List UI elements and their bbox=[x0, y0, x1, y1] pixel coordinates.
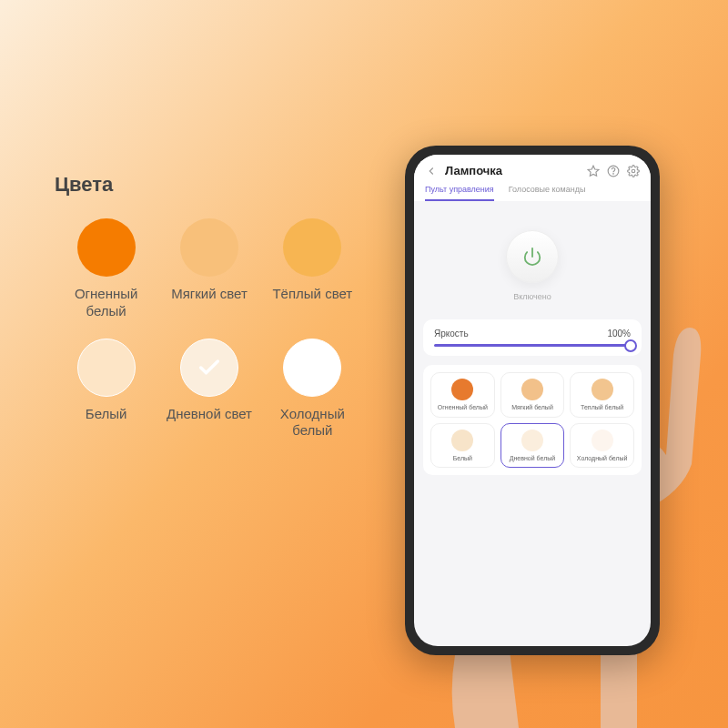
swatch-white[interactable]: Белый bbox=[55, 339, 157, 440]
swatch-label: Дневной свет bbox=[167, 406, 252, 423]
swatch-circle bbox=[77, 218, 136, 277]
color-label: Дневной белый bbox=[510, 455, 555, 462]
tabs: Пульт управления Голосовые команды bbox=[425, 185, 640, 201]
color-option-fiery[interactable]: Огненный белый bbox=[430, 372, 495, 418]
gear-icon[interactable] bbox=[627, 165, 640, 177]
swatch-label: Холодный белый bbox=[280, 406, 345, 440]
brightness-card: Яркость 100% bbox=[423, 319, 642, 356]
color-palette-panel: Цвета Огненный белый Мягкий свет Тёплый … bbox=[55, 173, 364, 440]
color-label: Теплый белый bbox=[581, 404, 623, 411]
swatch-label: Белый bbox=[86, 406, 127, 423]
screen-title: Лампочка bbox=[445, 164, 580, 177]
app-body: Включено Яркость 100% Огненный белый bbox=[414, 201, 651, 646]
brightness-value: 100% bbox=[607, 329, 631, 339]
tab-voice[interactable]: Голосовые команды bbox=[509, 185, 586, 201]
slider-thumb[interactable] bbox=[624, 339, 637, 352]
swatch-daylight[interactable]: Дневной свет bbox=[157, 339, 260, 440]
tab-control[interactable]: Пульт управления bbox=[425, 185, 494, 201]
help-icon[interactable] bbox=[607, 165, 620, 177]
power-button[interactable] bbox=[506, 230, 559, 283]
swatch-circle bbox=[77, 339, 136, 397]
power-section: Включено bbox=[423, 214, 642, 310]
swatch-label: Тёплый свет bbox=[272, 286, 352, 303]
app-header: Лампочка Пульт управления Голосовые кома… bbox=[414, 155, 651, 201]
brightness-label: Яркость bbox=[434, 329, 469, 339]
phone-color-card: Огненный белый Мягкий белый Теплый белый… bbox=[423, 365, 642, 475]
color-option-warm[interactable]: Теплый белый bbox=[570, 372, 634, 418]
phone-screen: Лампочка Пульт управления Голосовые кома… bbox=[414, 155, 651, 646]
phone-mockup: Лампочка Пульт управления Голосовые кома… bbox=[405, 146, 660, 655]
color-option-soft[interactable]: Мягкий белый bbox=[500, 372, 565, 418]
color-swatch bbox=[451, 430, 473, 451]
svg-point-2 bbox=[613, 173, 614, 174]
color-option-white[interactable]: Белый bbox=[430, 423, 495, 469]
phone-color-grid: Огненный белый Мягкий белый Теплый белый… bbox=[430, 372, 634, 468]
color-swatch bbox=[521, 379, 543, 400]
swatch-circle bbox=[180, 218, 238, 277]
power-status: Включено bbox=[423, 292, 642, 301]
color-label: Белый bbox=[453, 455, 472, 462]
color-label: Холодный белый bbox=[577, 455, 628, 462]
brightness-slider[interactable] bbox=[434, 344, 631, 347]
color-label: Мягкий белый bbox=[511, 404, 553, 411]
swatch-label: Огненный белый bbox=[75, 286, 138, 320]
swatch-circle bbox=[283, 339, 341, 397]
color-swatch bbox=[592, 379, 613, 400]
swatch-warm-light[interactable]: Тёплый свет bbox=[261, 218, 364, 320]
swatch-circle bbox=[180, 339, 238, 397]
color-swatch bbox=[592, 430, 613, 451]
color-swatch bbox=[521, 430, 543, 451]
swatch-label: Мягкий свет bbox=[171, 286, 248, 303]
color-label: Огненный белый bbox=[438, 404, 488, 411]
panel-title: Цвета bbox=[55, 173, 364, 197]
color-option-cool[interactable]: Холодный белый bbox=[570, 423, 634, 469]
star-icon[interactable] bbox=[587, 165, 600, 177]
svg-marker-0 bbox=[588, 166, 599, 176]
swatch-fiery-white[interactable]: Огненный белый bbox=[55, 218, 157, 320]
power-icon bbox=[522, 247, 542, 267]
swatch-circle bbox=[283, 218, 341, 277]
color-option-daylight[interactable]: Дневной белый bbox=[500, 423, 565, 469]
swatch-cool-white[interactable]: Холодный белый bbox=[261, 339, 364, 440]
swatch-grid: Огненный белый Мягкий свет Тёплый свет Б… bbox=[55, 218, 364, 440]
check-icon bbox=[197, 355, 222, 380]
color-swatch bbox=[451, 379, 473, 400]
back-icon[interactable] bbox=[425, 165, 438, 177]
swatch-soft-light[interactable]: Мягкий свет bbox=[157, 218, 260, 320]
svg-point-3 bbox=[632, 169, 635, 173]
